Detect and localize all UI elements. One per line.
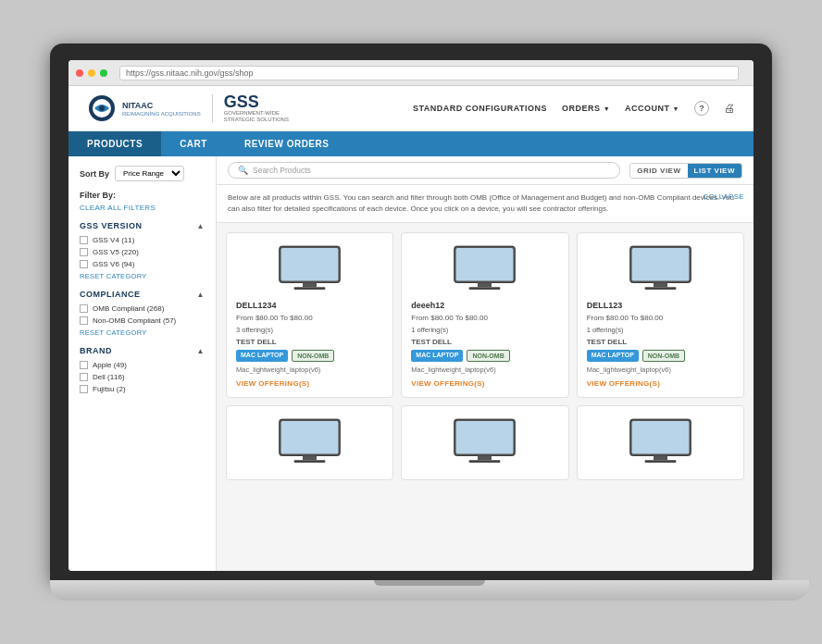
product-card-5[interactable] <box>401 405 568 480</box>
product-card-dell1234[interactable]: DELL1234 From $80.00 To $80.00 3 offerin… <box>226 232 393 398</box>
view-offerings-button-2[interactable]: VIEW OFFERING(S) <box>411 379 484 388</box>
view-offerings-button-3[interactable]: VIEW OFFERING(S) <box>587 379 660 388</box>
monitor-icon-6 <box>626 417 695 465</box>
product-price-1: From $80.00 To $80.00 <box>236 314 313 322</box>
logo-divider <box>212 94 213 122</box>
svg-rect-21 <box>478 455 492 460</box>
filter-checkbox-fujitsu[interactable] <box>80 385 88 393</box>
help-icon[interactable]: ? <box>694 101 709 116</box>
tag-non-omb-3: NON-OMB <box>642 350 685 362</box>
filter-title-gss-version[interactable]: GSS VERSION ▲ <box>80 221 205 230</box>
filter-checkbox-gss-v4[interactable] <box>80 236 88 244</box>
svg-rect-16 <box>281 421 339 454</box>
product-price-3: From $80.00 To $80.00 <box>587 314 664 322</box>
svg-rect-13 <box>654 282 667 287</box>
filter-item-gss-v6[interactable]: GSS V6 (94) <box>80 260 205 268</box>
tab-bar: PRODUCTS CART REVIEW ORDERS <box>68 131 754 156</box>
sort-select[interactable]: Price Range <box>115 166 184 181</box>
product-tags-3: MAC LAPTOP NON-OMB <box>587 350 685 362</box>
header-nav: STANDARD CONFIGURATIONS ORDERS ▼ ACCOUNT… <box>413 101 735 116</box>
tab-products[interactable]: PRODUCTS <box>68 131 161 156</box>
filter-title-brand[interactable]: BRAND ▲ <box>80 346 205 355</box>
product-image-6 <box>623 415 697 466</box>
list-view-button[interactable]: LIST VIEW <box>688 164 742 178</box>
svg-rect-5 <box>303 282 317 287</box>
filter-section-brand: BRAND ▲ Apple (49) Dell (116) <box>80 346 205 393</box>
filter-item-gss-v5[interactable]: GSS V5 (220) <box>80 248 205 256</box>
product-tags-2: MAC LAPTOP NON-OMB <box>411 350 509 362</box>
laptop-base <box>50 580 809 601</box>
filter-title-compliance[interactable]: COMPLIANCE ▲ <box>80 290 205 299</box>
nitaac-text-block: NITAAC REIMAGINING ACQUISITIONS <box>122 101 201 117</box>
product-card-dell123[interactable]: DELL123 From $80.00 To $80.00 1 offering… <box>577 232 744 398</box>
tab-cart[interactable]: CART <box>161 131 226 156</box>
print-icon[interactable]: 🖨 <box>724 102 735 115</box>
svg-rect-9 <box>478 282 492 287</box>
url-bar[interactable]: https://gss.nitaac.nih.gov/gss/shop <box>119 66 739 80</box>
browser-maximize-dot[interactable] <box>100 69 107 77</box>
main-content: Sort By Price Range Filter By: CLEAR ALL… <box>68 156 754 571</box>
tag-mac-laptop-2: MAC LAPTOP <box>411 350 463 362</box>
view-offerings-button-1[interactable]: VIEW OFFERING(S) <box>236 379 309 388</box>
filter-label-gss-v6: GSS V6 (94) <box>93 260 134 268</box>
nitaac-name: NITAAC <box>122 101 201 111</box>
filter-label-non-omb: Non-OMB Compliant (57) <box>93 316 176 325</box>
filter-checkbox-non-omb[interactable] <box>80 316 88 325</box>
product-image-3 <box>623 242 697 293</box>
products-area: 🔍 Search Products GRID VIEW LIST VIEW Be… <box>217 156 754 571</box>
filter-label-gss-v5: GSS V5 (220) <box>93 248 139 256</box>
filter-item-apple[interactable]: Apple (49) <box>80 361 205 369</box>
filter-section-gss-version: GSS VERSION ▲ GSS V4 (11) GSS V5 (220) <box>80 221 205 280</box>
reset-gss-version-button[interactable]: RESET CATEGORY <box>80 272 205 280</box>
orders-chevron-icon: ▼ <box>604 105 610 112</box>
logo-area: NITAAC REIMAGINING ACQUISITIONS GSS GOVE… <box>87 93 289 123</box>
filter-item-gss-v4[interactable]: GSS V4 (11) <box>80 236 205 244</box>
nitaac-logo[interactable]: NITAAC REIMAGINING ACQUISITIONS <box>87 93 201 123</box>
products-grid: DELL1234 From $80.00 To $80.00 3 offerin… <box>217 223 754 489</box>
filter-item-non-omb[interactable]: Non-OMB Compliant (57) <box>80 316 205 325</box>
search-bar[interactable]: 🔍 Search Products <box>228 162 620 179</box>
grid-view-button[interactable]: GRID VIEW <box>630 164 687 178</box>
product-category-3: Mac_lightweight_laptop(v6) <box>587 365 671 374</box>
svg-rect-17 <box>303 455 317 460</box>
reset-compliance-button[interactable]: RESET CATEGORY <box>80 328 205 337</box>
tag-mac-laptop-3: MAC LAPTOP <box>587 350 639 362</box>
browser-minimize-dot[interactable] <box>88 69 95 77</box>
sort-row: Sort By Price Range <box>80 166 205 181</box>
product-card-6[interactable] <box>577 405 744 480</box>
product-offerings-2: 1 offering(s) <box>411 326 448 334</box>
browser-window: https://gss.nitaac.nih.gov/gss/shop <box>68 60 754 571</box>
browser-chrome: https://gss.nitaac.nih.gov/gss/shop <box>68 60 754 86</box>
tab-review-orders[interactable]: REVIEW ORDERS <box>226 131 348 156</box>
filter-item-fujitsu[interactable]: Fujitsu (2) <box>80 385 205 393</box>
search-input[interactable]: Search Products <box>253 166 311 175</box>
filter-checkbox-apple[interactable] <box>80 361 88 369</box>
product-offerings-3: 1 offering(s) <box>587 326 624 334</box>
product-card-deeeh12[interactable]: deeeh12 From $80.00 To $80.00 1 offering… <box>401 232 568 398</box>
filter-checkbox-omb[interactable] <box>80 304 88 313</box>
filter-checkbox-dell[interactable] <box>80 373 88 381</box>
filter-checkbox-gss-v5[interactable] <box>80 248 88 256</box>
browser-close-dot[interactable] <box>76 69 83 77</box>
brand-chevron-icon: ▲ <box>197 347 205 355</box>
product-image-2 <box>448 242 522 293</box>
nav-standard-configs[interactable]: STANDARD CONFIGURATIONS <box>413 104 547 113</box>
product-card-4[interactable] <box>226 405 393 480</box>
filter-item-dell[interactable]: Dell (116) <box>80 373 205 381</box>
monitor-icon-5 <box>450 417 519 465</box>
svg-rect-8 <box>456 248 514 281</box>
gss-version-chevron-icon: ▲ <box>197 222 205 230</box>
product-seller-1: TEST DELL <box>236 338 277 346</box>
tag-non-omb-2: NON-OMB <box>467 350 509 362</box>
nav-orders[interactable]: ORDERS ▼ <box>562 104 610 113</box>
collapse-button[interactable]: COLLAPSE <box>703 192 744 201</box>
product-seller-2: TEST DELL <box>411 338 452 346</box>
svg-rect-26 <box>644 460 676 463</box>
monitor-icon-1 <box>275 244 344 292</box>
svg-rect-24 <box>631 421 689 454</box>
filter-item-omb-compliant[interactable]: OMB Compliant (268) <box>80 304 205 313</box>
svg-point-2 <box>99 105 105 111</box>
clear-filters-button[interactable]: CLEAR ALL FILTERS <box>80 204 205 212</box>
filter-checkbox-gss-v6[interactable] <box>80 260 88 268</box>
nav-account[interactable]: ACCOUNT ▼ <box>625 104 679 113</box>
